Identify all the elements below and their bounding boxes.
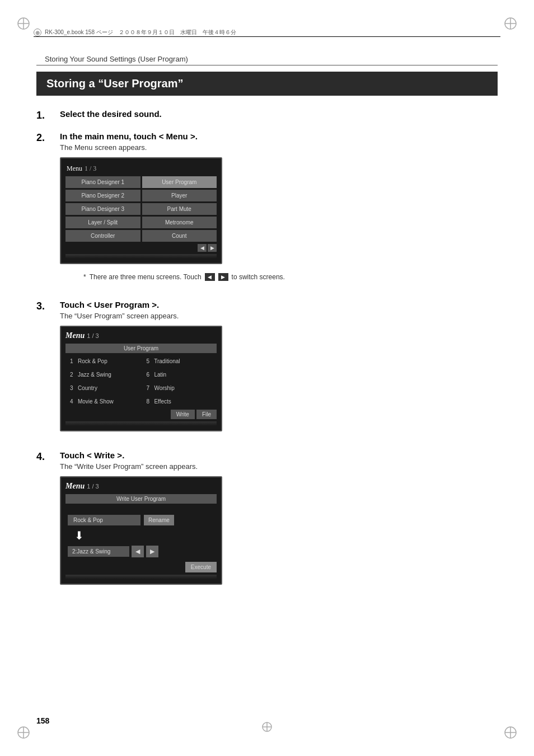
note-nav-next[interactable]: ▶: [218, 273, 228, 281]
wu-dest-field[interactable]: 2:Jazz & Swing: [68, 546, 129, 557]
section-title: Storing a “User Program”: [36, 72, 498, 96]
wu-rename-button[interactable]: Rename: [144, 515, 174, 525]
up-item-label-6: Movie & Show: [78, 398, 114, 405]
up-item-5[interactable]: 7 Worship: [142, 382, 217, 394]
wu-menu-pagination: 1 / 3: [87, 483, 99, 490]
wu-dest-next-btn[interactable]: ▶: [146, 546, 158, 557]
corner-mark-bl: [16, 725, 31, 740]
menu-screen-title: Menu 1 / 3: [65, 163, 217, 173]
write-user-program-screen: Menu 1 / 3 Write User Program Rock & Pop…: [60, 476, 222, 585]
step-2-heading: In the main menu, touch < Menu >.: [60, 132, 498, 141]
menu-item-4[interactable]: Piano Designer 3: [65, 203, 140, 215]
header-meta-text: RK-300_e.book 158 ページ ２００８年９月１０日 水曜日 午後４…: [45, 29, 236, 36]
note-nav-prev[interactable]: ◀: [205, 273, 215, 281]
up-footer: Write File: [65, 410, 217, 419]
up-menu-pagination: 1 / 3: [87, 332, 99, 339]
wu-footer: Execute: [65, 562, 217, 572]
menu-title-text: Menu: [67, 165, 82, 172]
note-text: There are three menu screens. Touch: [90, 273, 202, 281]
up-item-label-2: Jazz & Swing: [78, 372, 111, 378]
up-item-3[interactable]: 6 Latin: [142, 369, 217, 381]
step-1-number: 1.: [36, 109, 60, 121]
up-item-2[interactable]: 2 Jazz & Swing: [65, 369, 140, 381]
step-4: 4. Touch < Write >. The “Write User Prog…: [36, 450, 498, 594]
up-item-num-1: 5: [147, 358, 150, 364]
wu-source-row: Rock & Pop Rename: [65, 515, 217, 525]
corner-mark-tr: [503, 16, 518, 31]
user-program-screen: Menu 1 / 3 User Program 1 Rock & Pop 5 T…: [60, 326, 222, 431]
menu-item-3[interactable]: Player: [142, 190, 217, 201]
up-item-num-6: 4: [70, 398, 73, 405]
step-3: 3. Touch < User Program >. The “User Pro…: [36, 300, 498, 440]
step-4-number: 4.: [36, 450, 60, 594]
step-1: 1. Select the desired sound.: [36, 109, 498, 121]
write-button[interactable]: Write: [171, 410, 195, 419]
up-screen-header: User Program: [65, 344, 217, 353]
menu-item-5[interactable]: Part Mute: [142, 203, 217, 215]
wu-source-field[interactable]: Rock & Pop: [68, 515, 140, 525]
menu-screen-mockup: Menu 1 / 3 Piano Designer 1 User Program…: [60, 157, 222, 264]
step-3-number: 3.: [36, 300, 60, 440]
up-item-label-0: Rock & Pop: [78, 358, 107, 364]
menu-grid: Piano Designer 1 User Program Piano Desi…: [65, 176, 217, 242]
wu-arrow-icon: ⬇: [74, 529, 84, 542]
up-item-num-7: 8: [147, 398, 150, 405]
nav-next-btn[interactable]: ▶: [208, 244, 217, 252]
up-item-label-1: Traditional: [154, 358, 180, 364]
up-item-num-3: 6: [147, 372, 150, 378]
screen-footer: ◀ ▶: [65, 244, 217, 252]
asterisk: *: [83, 273, 86, 281]
step-3-heading: Touch < User Program >.: [60, 300, 498, 309]
note-suffix: to switch screens.: [232, 273, 285, 281]
page-number: 158: [36, 716, 49, 725]
up-item-6[interactable]: 4 Movie & Show: [65, 396, 140, 407]
step-4-content: Touch < Write >. The “Write User Program…: [60, 450, 498, 594]
section-rule: [36, 65, 498, 65]
step-4-heading: Touch < Write >.: [60, 450, 498, 460]
bottom-center-cross: [261, 721, 273, 732]
up-item-num-2: 2: [70, 372, 73, 378]
menu-item-6[interactable]: Layer / Split: [65, 217, 140, 228]
up-item-label-7: Effects: [154, 398, 171, 405]
wu-screen-header: Write User Program: [65, 494, 217, 504]
file-button[interactable]: File: [196, 410, 217, 419]
wu-dest-row: 2:Jazz & Swing ◀ ▶: [65, 546, 217, 557]
up-item-0[interactable]: 1 Rock & Pop: [65, 355, 140, 367]
up-item-num-0: 1: [70, 358, 73, 364]
up-item-num-5: 7: [147, 385, 150, 391]
up-item-4[interactable]: 3 Country: [65, 382, 140, 394]
up-menu-title: Menu: [65, 331, 85, 340]
step-1-heading: Select the desired sound.: [60, 109, 498, 119]
wu-menu-title: Menu: [65, 482, 85, 491]
corner-mark-br: [503, 725, 518, 740]
up-item-1[interactable]: 5 Traditional: [142, 355, 217, 367]
step-3-desc: The “User Program” screen appears.: [60, 312, 498, 320]
corner-mark-tl: [16, 16, 31, 31]
wu-execute-button[interactable]: Execute: [185, 562, 217, 572]
main-content: Storing a “User Program” 1. Select the d…: [36, 72, 498, 604]
up-item-7[interactable]: 8 Effects: [142, 396, 217, 407]
menu-item-2[interactable]: Piano Designer 2: [65, 190, 140, 201]
up-item-num-4: 3: [70, 385, 73, 391]
menu-item-9[interactable]: Count: [142, 230, 217, 242]
note-line: * There are three menu screens. Touch ◀ …: [83, 273, 498, 281]
header-target-mark: ⊕: [34, 29, 41, 36]
step-1-content: Select the desired sound.: [60, 109, 498, 121]
menu-item-7[interactable]: Metronome: [142, 217, 217, 228]
up-item-label-5: Worship: [154, 385, 175, 391]
up-item-label-3: Latin: [154, 372, 166, 378]
up-item-label-4: Country: [78, 385, 97, 391]
wu-screen-bottom-deco: [65, 575, 217, 579]
breadcrumb: Storing Your Sound Settings (User Progra…: [45, 55, 188, 63]
header-bar: ⊕ RK-300_e.book 158 ページ ２００８年９月１０日 水曜日 午…: [34, 29, 500, 37]
up-screen-bottom-deco: [65, 421, 217, 426]
menu-item-1[interactable]: User Program: [142, 176, 217, 188]
screen-bottom-deco: [65, 254, 217, 259]
step-3-content: Touch < User Program >. The “User Progra…: [60, 300, 498, 440]
menu-item-8[interactable]: Controller: [65, 230, 140, 242]
step-2-number: 2.: [36, 132, 60, 290]
menu-item-0[interactable]: Piano Designer 1: [65, 176, 140, 188]
step-2-content: In the main menu, touch < Menu >. The Me…: [60, 132, 498, 290]
nav-prev-btn[interactable]: ◀: [198, 244, 207, 252]
wu-dest-prev-btn[interactable]: ◀: [132, 546, 144, 557]
